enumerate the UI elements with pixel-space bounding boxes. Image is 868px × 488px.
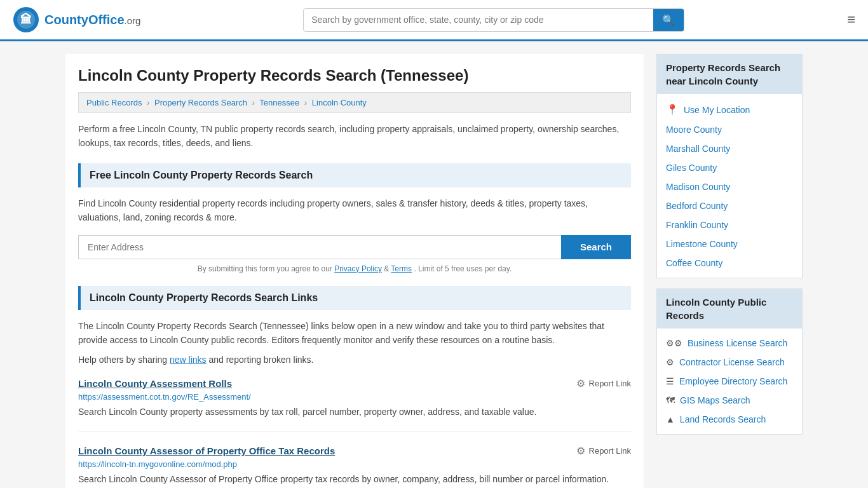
madison-county-link[interactable]: Madison County	[666, 182, 730, 192]
bedford-county-link[interactable]: Bedford County	[666, 201, 728, 211]
record-link-title-row-2: Lincoln County Assessor of Property Offi…	[78, 445, 631, 457]
free-search-description: Find Lincoln County residential property…	[78, 196, 631, 225]
use-my-location-item[interactable]: 📍 Use My Location	[657, 99, 802, 120]
svg-text:🏛: 🏛	[20, 13, 32, 26]
marshall-county-link[interactable]: Marshall County	[666, 144, 730, 154]
disclaimer-ampersand: &	[384, 264, 391, 273]
page-description: Perform a free Lincoln County, TN public…	[78, 122, 631, 151]
employee-directory-link[interactable]: Employee Directory Search	[679, 376, 787, 386]
breadcrumb-sep-3: ›	[304, 98, 307, 107]
logo-name: CountyOffice	[44, 13, 125, 27]
report-icon-1: ⚙	[576, 377, 585, 390]
limestone-county-link[interactable]: Limestone County	[666, 239, 738, 249]
links-description: The Lincoln County Property Records Sear…	[78, 319, 631, 348]
nearby-section: Property Records Search near Lincoln Cou…	[656, 54, 803, 278]
record-link-url-2: https://lincoln-tn.mygovonline.com/mod.p…	[78, 459, 631, 469]
site-header: 🏛 CountyOffice.org 🔍 ≡	[0, 0, 868, 41]
breadcrumb-sep-1: ›	[147, 98, 149, 107]
sidebar-gis-maps[interactable]: 🗺 GIS Maps Search	[657, 391, 802, 410]
giles-county-link[interactable]: Giles County	[666, 163, 717, 173]
sidebar-nearby-madison[interactable]: Madison County	[657, 177, 802, 196]
header-search-input[interactable]	[304, 10, 653, 30]
sidebar-nearby-bedford[interactable]: Bedford County	[657, 196, 802, 215]
record-link-title-1[interactable]: Lincoln County Assessment Rolls	[78, 378, 232, 389]
form-disclaimer: By submitting this form you agree to our…	[78, 264, 631, 273]
share-text: Help others by sharing new links and rep…	[78, 355, 631, 365]
header-search-button[interactable]: 🔍	[653, 9, 684, 31]
sidebar-nearby-giles[interactable]: Giles County	[657, 158, 802, 177]
search-button[interactable]: Search	[561, 235, 631, 259]
land-records-link[interactable]: Land Records Search	[680, 414, 766, 424]
public-records-section-header: Lincoln County Public Records	[657, 289, 802, 329]
sidebar-contractor-license[interactable]: ⚙ Contractor License Search	[657, 353, 802, 372]
sidebar-nearby-limestone[interactable]: Limestone County	[657, 234, 802, 254]
privacy-policy-link[interactable]: Privacy Policy	[334, 264, 382, 273]
gis-maps-link[interactable]: GIS Maps Search	[680, 395, 750, 405]
coffee-county-link[interactable]: Coffee County	[666, 258, 722, 268]
report-link-btn-2[interactable]: ⚙ Report Link	[576, 445, 631, 457]
record-link-title-row: Lincoln County Assessment Rolls ⚙ Report…	[78, 377, 631, 390]
breadcrumb-sep-2: ›	[252, 98, 255, 107]
use-my-location-link[interactable]: Use My Location	[684, 105, 750, 115]
disclaimer-text: By submitting this form you agree to our	[198, 264, 332, 273]
logo-area[interactable]: 🏛 CountyOffice.org	[13, 6, 140, 33]
report-link-btn-1[interactable]: ⚙ Report Link	[576, 377, 631, 390]
sidebar: Property Records Search near Lincoln Cou…	[656, 54, 803, 488]
record-link-desc-2: Search Lincoln County Assessor of Proper…	[78, 473, 631, 486]
address-input[interactable]	[78, 235, 561, 259]
report-link-label-1: Report Link	[589, 379, 631, 388]
contractor-license-link[interactable]: Contractor License Search	[679, 357, 785, 367]
sidebar-employee-directory[interactable]: ☰ Employee Directory Search	[657, 372, 802, 391]
and-reporting-text: and reporting broken links.	[208, 355, 313, 365]
sidebar-business-license[interactable]: ⚙⚙ Business License Search	[657, 334, 802, 353]
content-area: Lincoln County Property Records Search (…	[65, 54, 644, 488]
header-search-bar: 🔍	[303, 8, 684, 32]
moore-county-link[interactable]: Moore County	[666, 125, 722, 135]
breadcrumb-public-records[interactable]: Public Records	[86, 98, 142, 107]
menu-icon[interactable]: ≡	[847, 11, 855, 28]
gis-maps-icon: 🗺	[666, 395, 675, 405]
logo-suffix: .org	[125, 15, 141, 26]
sidebar-nearby-coffee[interactable]: Coffee County	[657, 254, 802, 273]
record-link-desc-1: Search Lincoln County property assessmen…	[78, 405, 631, 419]
breadcrumb-lincoln-county[interactable]: Lincoln County	[312, 98, 367, 107]
breadcrumb-property-records[interactable]: Property Records Search	[154, 98, 247, 107]
record-link-item-2: Lincoln County Assessor of Property Offi…	[78, 445, 631, 488]
disclaimer-suffix: . Limit of 5 free uses per day.	[414, 264, 512, 273]
help-text: Help others by sharing	[78, 355, 167, 365]
record-link-url-1: https://assessment.cot.tn.gov/RE_Assessm…	[78, 392, 631, 402]
breadcrumb-tennessee[interactable]: Tennessee	[259, 98, 299, 107]
report-link-label-2: Report Link	[589, 446, 631, 456]
main-container: Lincoln County Property Records Search (…	[53, 41, 815, 488]
contractor-license-icon: ⚙	[666, 357, 674, 367]
free-search-section-header: Free Lincoln County Property Records Sea…	[78, 163, 631, 187]
employee-directory-icon: ☰	[666, 376, 674, 386]
record-link-item: Lincoln County Assessment Rolls ⚙ Report…	[78, 377, 631, 432]
page-title: Lincoln County Property Records Search (…	[78, 67, 631, 85]
sidebar-nearby-moore[interactable]: Moore County	[657, 120, 802, 139]
address-search-row: Search	[78, 235, 631, 259]
business-license-link[interactable]: Business License Search	[688, 338, 787, 348]
new-links-link[interactable]: new links	[170, 355, 207, 365]
sidebar-nearby-franklin[interactable]: Franklin County	[657, 215, 802, 234]
business-license-icon: ⚙⚙	[666, 338, 682, 348]
sidebar-nearby-marshall[interactable]: Marshall County	[657, 139, 802, 158]
location-pin-icon: 📍	[666, 104, 679, 116]
public-records-section-body: ⚙⚙ Business License Search ⚙ Contractor …	[657, 329, 802, 434]
public-records-section: Lincoln County Public Records ⚙⚙ Busines…	[656, 288, 803, 435]
breadcrumb: Public Records › Property Records Search…	[78, 92, 631, 113]
franklin-county-link[interactable]: Franklin County	[666, 220, 728, 230]
terms-link[interactable]: Terms	[391, 264, 412, 273]
sidebar-land-records[interactable]: ▲ Land Records Search	[657, 410, 802, 429]
nearby-section-header: Property Records Search near Lincoln Cou…	[657, 55, 802, 94]
record-links-list: Lincoln County Assessment Rolls ⚙ Report…	[78, 377, 631, 488]
land-records-icon: ▲	[666, 414, 675, 424]
links-section-header: Lincoln County Property Records Search L…	[78, 286, 631, 310]
report-icon-2: ⚙	[576, 445, 585, 457]
nearby-section-body: 📍 Use My Location Moore County Marshall …	[657, 94, 802, 278]
logo-icon: 🏛	[13, 6, 39, 33]
record-link-title-2[interactable]: Lincoln County Assessor of Property Offi…	[78, 445, 335, 456]
